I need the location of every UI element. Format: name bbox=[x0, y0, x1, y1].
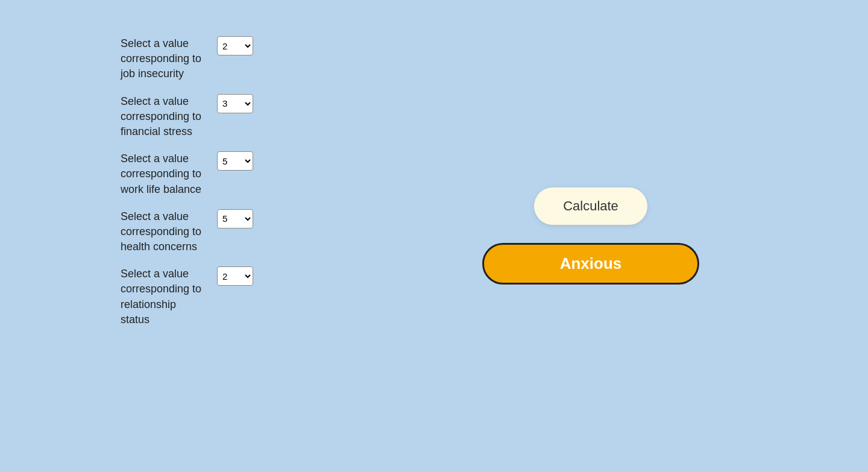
main-container: Select a value corresponding to job inse… bbox=[0, 0, 868, 472]
select-work-life-balance[interactable]: 1 2 3 4 5 bbox=[217, 151, 253, 171]
left-panel: Select a value corresponding to job inse… bbox=[0, 24, 374, 448]
right-panel: Calculate Anxious bbox=[374, 24, 868, 448]
label-health-concerns: Select a value corresponding to health c… bbox=[121, 209, 205, 255]
label-financial-stress: Select a value corresponding to financia… bbox=[121, 94, 205, 140]
field-row-work-life-balance: Select a value corresponding to work lif… bbox=[121, 151, 253, 197]
label-work-life-balance: Select a value corresponding to work lif… bbox=[121, 151, 205, 197]
select-relationship-status[interactable]: 1 2 3 4 5 bbox=[217, 266, 253, 286]
field-row-financial-stress: Select a value corresponding to financia… bbox=[121, 94, 253, 140]
field-row-relationship-status: Select a value corresponding to relation… bbox=[121, 266, 253, 327]
label-job-insecurity: Select a value corresponding to job inse… bbox=[121, 36, 205, 82]
label-relationship-status: Select a value corresponding to relation… bbox=[121, 266, 205, 327]
calculate-button[interactable]: Calculate bbox=[534, 187, 647, 225]
field-row-job-insecurity: Select a value corresponding to job inse… bbox=[121, 36, 253, 82]
result-badge: Anxious bbox=[482, 243, 699, 285]
select-financial-stress[interactable]: 1 2 3 4 5 bbox=[217, 94, 253, 113]
select-job-insecurity[interactable]: 1 2 3 4 5 bbox=[217, 36, 253, 55]
field-row-health-concerns: Select a value corresponding to health c… bbox=[121, 209, 253, 255]
select-health-concerns[interactable]: 1 2 3 4 5 bbox=[217, 209, 253, 228]
